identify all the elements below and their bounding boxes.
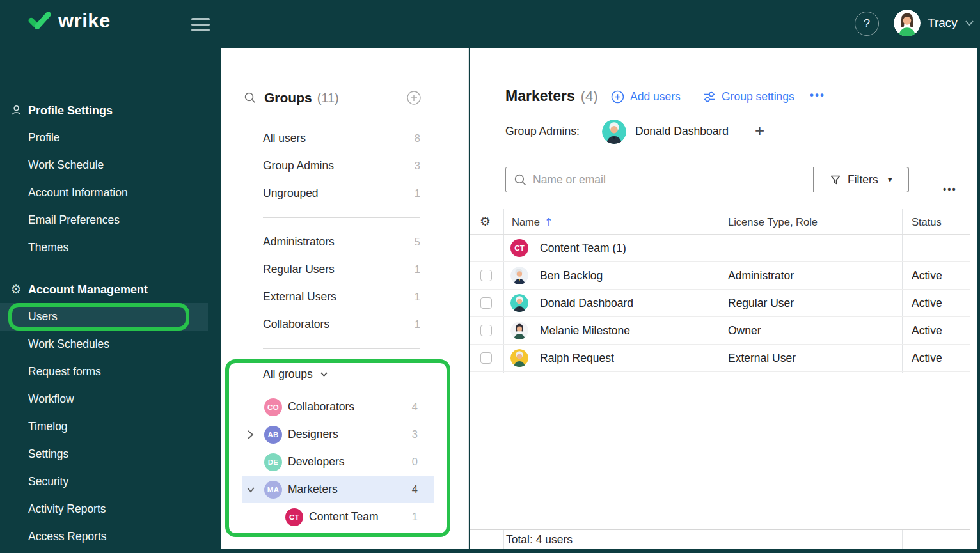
group-avatar: AB <box>264 426 282 444</box>
search-icon[interactable] <box>244 92 256 104</box>
column-header-license[interactable]: License Type, Role <box>728 209 818 235</box>
table-row-content-team[interactable]: CT Content Team (1) <box>470 235 970 262</box>
user-menu[interactable]: Tracy <box>894 10 974 36</box>
sidebar-item-email-preferences[interactable]: Email Preferences <box>0 206 221 234</box>
filter-label: All users <box>263 132 306 145</box>
group-admins-row: Group Admins: Donald Dashboard + <box>505 120 838 144</box>
admin-name: Donald Dashboard <box>635 125 729 138</box>
column-divider <box>503 530 504 549</box>
group-row-designers[interactable]: AB Designers 3 <box>221 421 468 448</box>
sidebar-item-timelog[interactable]: Timelog <box>0 413 221 440</box>
sidebar-item-access-reports[interactable]: Access Reports <box>0 523 221 550</box>
funnel-icon <box>830 175 841 185</box>
filters-label: Filters <box>848 173 878 187</box>
group-more-actions-button[interactable]: ••• <box>810 89 825 102</box>
group-avatar: CT <box>285 508 303 526</box>
sidebar-item-users[interactable]: Users <box>0 303 208 331</box>
table-row-donald-dashboard[interactable]: Donald Dashboard Regular User Active <box>470 290 970 317</box>
column-divider <box>720 530 720 549</box>
column-settings-gear-icon[interactable]: ⚙ <box>480 214 491 228</box>
page-title-count: (4) <box>581 88 598 105</box>
group-label: Content Team <box>309 503 379 531</box>
column-divider <box>902 530 903 549</box>
sidebar-item-request-forms[interactable]: Request forms <box>0 358 221 386</box>
wrike-logo[interactable]: wrike <box>28 11 111 31</box>
total-users-label: Total: 4 users <box>506 530 573 549</box>
group-filter-group-admins[interactable]: Group Admins 3 <box>263 152 420 180</box>
column-divider <box>970 530 970 549</box>
add-group-button[interactable] <box>407 91 421 107</box>
column-header-name[interactable]: Name ↑ <box>512 209 553 235</box>
all-groups-label: All groups <box>263 368 313 381</box>
group-row-collaborators[interactable]: CO Collaborators 4 <box>221 393 468 421</box>
sidebar-item-access-roles[interactable]: Access Roles <box>0 550 221 553</box>
group-settings-label: Group settings <box>722 90 794 104</box>
table-more-actions-button[interactable]: ••• <box>943 183 957 194</box>
row-checkbox[interactable] <box>480 297 492 309</box>
filter-label: External Users <box>263 290 336 304</box>
groups-panel: Groups (11) All users 8 Group Admins 3 U… <box>221 48 469 549</box>
sidebar-item-work-schedules[interactable]: Work Schedules <box>0 331 221 358</box>
group-filter-collaborators[interactable]: Collaborators 1 <box>263 311 420 338</box>
sidebar-item-workflow[interactable]: Workflow <box>0 386 221 413</box>
user-avatar-ben <box>510 267 528 284</box>
groups-tree: CO Collaborators 4 AB Designers 3 DE Dev… <box>221 393 468 531</box>
sidebar-item-account-information[interactable]: Account Information <box>0 179 221 206</box>
topbar: wrike ? Tracy <box>0 0 980 48</box>
cell-name: Ben Backlog <box>540 262 603 290</box>
sidebar-item-themes[interactable]: Themes <box>0 234 221 261</box>
filter-count: 1 <box>415 318 420 331</box>
table-row-ben-backlog[interactable]: Ben Backlog Administrator Active <box>470 262 970 290</box>
group-row-developers[interactable]: DE Developers 0 <box>221 448 468 476</box>
wrike-admin-window: wrike ? Tracy Profil <box>0 0 980 553</box>
group-row-content-team[interactable]: CT Content Team 1 <box>221 503 468 531</box>
user-avatar <box>894 10 921 36</box>
add-users-button[interactable]: Add users <box>611 90 681 104</box>
menu-icon[interactable] <box>191 18 210 31</box>
cell-license: Regular User <box>728 290 794 317</box>
group-row-marketers-selected[interactable]: MA Marketers 4 <box>221 476 468 503</box>
row-checkbox[interactable] <box>480 352 492 364</box>
wrike-logo-icon <box>28 12 52 31</box>
search-icon <box>514 174 526 186</box>
group-filter-ungrouped[interactable]: Ungrouped 1 <box>263 180 420 207</box>
filter-count: 3 <box>415 160 420 172</box>
add-users-label: Add users <box>630 90 681 104</box>
search-input[interactable] <box>533 168 808 191</box>
sidebar-item-security[interactable]: Security <box>0 468 221 495</box>
table-row-ralph-request[interactable]: Ralph Request External User Active <box>470 345 970 372</box>
sidebar-item-settings[interactable]: Settings <box>0 440 221 468</box>
chevron-right-icon[interactable] <box>246 429 255 440</box>
table-row-melanie-milestone[interactable]: Melanie Milestone Owner Active <box>470 317 970 345</box>
sidebar-item-profile[interactable]: Profile <box>0 124 221 152</box>
all-groups-dropdown[interactable]: All groups <box>263 364 328 384</box>
row-checkbox[interactable] <box>480 270 492 281</box>
filter-label: Ungrouped <box>263 187 319 200</box>
group-count: 0 <box>412 448 418 476</box>
group-filter-all-users[interactable]: All users 8 <box>263 125 420 152</box>
cell-name: Content Team (1) <box>540 235 626 262</box>
filters-button[interactable]: Filters ▼ <box>813 167 908 192</box>
row-checkbox[interactable] <box>480 325 492 336</box>
group-settings-button[interactable]: Group settings <box>704 90 794 104</box>
group-count: 1 <box>412 503 418 531</box>
group-avatar: CO <box>264 398 282 416</box>
column-header-status[interactable]: Status <box>912 209 942 235</box>
admin-avatar-donald[interactable] <box>602 120 626 144</box>
add-admin-button[interactable]: + <box>755 121 764 141</box>
help-button[interactable]: ? <box>855 12 879 36</box>
cell-status: Active <box>912 317 942 345</box>
group-filter-regular-users[interactable]: Regular Users 1 <box>263 256 420 283</box>
profile-settings-list: Profile Work Schedule Account Informatio… <box>0 124 221 261</box>
cell-name: Melanie Milestone <box>540 317 630 345</box>
group-label: Developers <box>288 448 345 476</box>
group-filter-external-users[interactable]: External Users 1 <box>263 283 420 311</box>
gear-icon: ⚙ <box>9 282 23 296</box>
sidebar-item-activity-reports[interactable]: Activity Reports <box>0 495 221 523</box>
group-filter-administrators[interactable]: Administrators 5 <box>263 228 420 256</box>
sidebar-item-work-schedule[interactable]: Work Schedule <box>0 152 221 179</box>
caret-down-icon: ▼ <box>887 176 894 183</box>
chevron-down-icon[interactable] <box>246 484 256 495</box>
sliders-icon <box>704 91 716 102</box>
group-title-row: Marketers (4) <box>505 88 598 108</box>
